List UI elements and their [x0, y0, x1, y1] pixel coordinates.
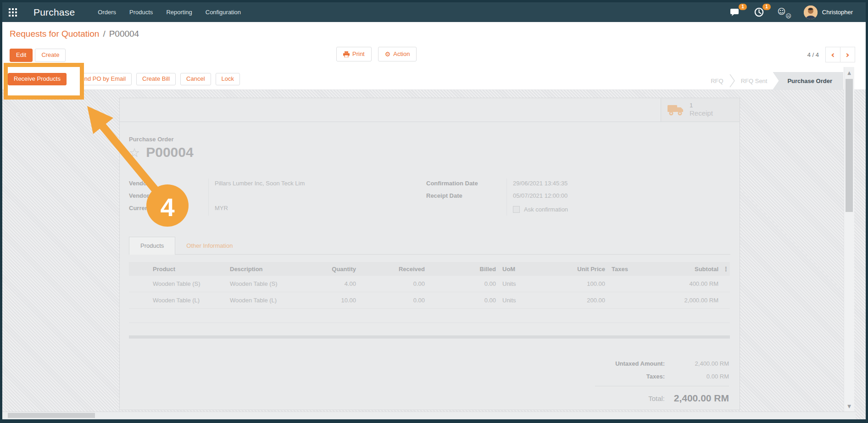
col-unit-price: Unit Price — [560, 266, 609, 273]
messages-badge: 1 — [739, 4, 747, 10]
field-groups: Vendor Vendor Reference Currency Pillars… — [129, 178, 730, 216]
activities-badge: 1 — [762, 4, 771, 10]
cell-quantity[interactable]: 10.00 — [322, 297, 360, 304]
breadcrumb-parent-link[interactable]: Requests for Quotation — [10, 29, 99, 39]
create-bill-button[interactable]: Create Bill — [136, 73, 176, 85]
col-subtotal: Subtotal — [643, 266, 722, 273]
edit-button[interactable]: Edit — [10, 49, 33, 62]
currency-label: Currency — [129, 203, 208, 216]
vertical-scrollbar-thumb[interactable] — [846, 79, 853, 212]
totals-divider — [595, 386, 729, 386]
mood-icon[interactable]: ☺☹ — [777, 6, 792, 18]
receipt-label: Receipt — [690, 109, 713, 118]
field-group-right: Confirmation Date Receipt Date 29/06/202… — [426, 178, 730, 216]
horizontal-scrollbar-thumb[interactable] — [8, 413, 95, 418]
vendor-label: Vendor — [129, 178, 208, 191]
cell-product[interactable]: Wooden Table (L) — [147, 297, 224, 304]
receive-products-button[interactable]: Receive Products — [8, 73, 67, 85]
column-options-icon[interactable]: ⋮ — [722, 266, 730, 273]
stage-rfq-sent[interactable]: RFQ Sent — [741, 78, 768, 84]
receipt-count: 1 — [690, 102, 713, 109]
printer-icon — [343, 51, 350, 57]
cell-billed[interactable]: 0.00 — [428, 280, 500, 287]
total-label: Total: — [595, 395, 665, 402]
control-panel: Edit Create Print ⚙ Action 4 / 4 ‹ › — [2, 46, 866, 65]
menu-orders[interactable]: Orders — [98, 9, 116, 16]
apps-menu-icon[interactable] — [2, 2, 23, 22]
totals-block: Untaxed Amount: 2,400.00 RM Taxes: 0.00 … — [595, 357, 729, 406]
empty-line-area[interactable] — [129, 309, 730, 323]
chat-bubble-icon — [730, 8, 740, 17]
scroll-up-icon[interactable]: ▲ — [844, 68, 854, 77]
pager-value: 4 / 4 — [807, 51, 819, 58]
create-button[interactable]: Create — [35, 49, 66, 62]
action-label: Action — [393, 50, 410, 58]
untaxed-amount-label: Untaxed Amount: — [595, 360, 665, 367]
table-header: Product Description Quantity Received Bi… — [129, 262, 730, 276]
menu-products[interactable]: Products — [129, 9, 153, 16]
tab-other-information[interactable]: Other Information — [175, 237, 244, 254]
scroll-down-icon[interactable]: ▼ — [844, 401, 854, 411]
favorite-star-icon[interactable]: ☆ — [129, 146, 140, 159]
ask-confirmation-checkbox[interactable] — [513, 206, 520, 213]
cell-product[interactable]: Wooden Table (S) — [147, 280, 224, 287]
lock-button[interactable]: Lock — [216, 73, 240, 85]
stage-purchase-order[interactable]: Purchase Order — [773, 72, 843, 89]
currency-value[interactable]: MYR — [215, 203, 426, 216]
menu-configuration[interactable]: Configuration — [206, 9, 241, 16]
systray: 1 1 ☺☹ Christopher — [729, 6, 866, 19]
col-quantity: Quantity — [322, 266, 360, 273]
horizontal-scrollbar[interactable] — [2, 412, 856, 419]
cancel-button[interactable]: Cancel — [180, 73, 211, 85]
print-action-group: Print ⚙ Action — [336, 47, 417, 61]
table-row[interactable]: Wooden Table (L) Wooden Table (L) 10.00 … — [129, 292, 730, 309]
pager-previous-button[interactable]: ‹ — [825, 47, 840, 62]
form-sheet: 1 Receipt Purchase Order ☆ P00004 Vendor… — [119, 98, 740, 410]
col-uom: UoM — [500, 266, 560, 273]
taxes-value: 0.00 RM — [665, 373, 729, 380]
activities-icon[interactable]: 1 — [753, 6, 765, 18]
pager-next-button[interactable]: › — [840, 47, 855, 62]
cell-quantity[interactable]: 4.00 — [322, 280, 360, 287]
notebook-tabs: Products Other Information — [129, 235, 730, 255]
avatar[interactable] — [804, 6, 818, 19]
vertical-scrollbar[interactable]: ▲ ▼ — [844, 67, 854, 412]
cell-description[interactable]: Wooden Table (S) — [224, 280, 322, 287]
cell-description[interactable]: Wooden Table (L) — [224, 297, 322, 304]
cell-billed[interactable]: 0.00 — [428, 297, 500, 304]
chevron-separator-icon — [729, 73, 735, 89]
receipt-smart-button[interactable]: 1 Receipt — [661, 98, 740, 122]
vendor-reference-label: Vendor Reference — [129, 191, 208, 203]
action-button[interactable]: ⚙ Action — [378, 47, 417, 61]
vendor-value[interactable]: Pillars Lumber Inc, Soon Teck Lim — [215, 178, 426, 191]
table-row[interactable]: Wooden Table (S) Wooden Table (S) 4.00 0… — [129, 276, 730, 292]
print-button[interactable]: Print — [336, 47, 372, 61]
pager: 4 / 4 ‹ › — [807, 47, 855, 62]
cell-uom[interactable]: Units — [500, 297, 560, 304]
cell-unit-price[interactable]: 200.00 — [560, 297, 609, 304]
cell-subtotal[interactable]: 400.00 RM — [643, 280, 722, 287]
cell-uom[interactable]: Units — [500, 280, 560, 287]
confirmation-date-value: 29/06/2021 13:45:35 — [513, 178, 730, 191]
statusbar-buttons: Receive Products Send PO by Email Create… — [2, 73, 240, 85]
statusbar-states: RFQ RFQ Sent Purchase Order — [705, 72, 843, 89]
user-name[interactable]: Christopher — [822, 9, 853, 16]
grid-icon — [9, 8, 17, 17]
cell-received[interactable]: 0.00 — [360, 280, 428, 287]
stage-rfq[interactable]: RFQ — [711, 78, 723, 84]
receipt-date-value: 05/07/2021 12:00:00 — [513, 191, 730, 203]
col-billed: Billed — [428, 266, 500, 273]
form-statusbar-row: Receive Products Send PO by Email Create… — [2, 65, 866, 90]
cell-subtotal[interactable]: 2,000.00 RM — [643, 297, 722, 304]
edit-create-group: Edit Create — [10, 49, 66, 62]
cell-unit-price[interactable]: 100.00 — [560, 280, 609, 287]
breadcrumb-current: P00004 — [109, 29, 139, 39]
avatar-image — [804, 6, 818, 19]
messages-icon[interactable]: 1 — [729, 6, 741, 18]
menu-reporting[interactable]: Reporting — [166, 9, 192, 16]
breadcrumb: Requests for Quotation / P00004 — [2, 22, 866, 46]
col-product: Product — [147, 266, 224, 273]
button-box: 1 Receipt — [120, 98, 740, 122]
cell-received[interactable]: 0.00 — [360, 297, 428, 304]
tab-products[interactable]: Products — [129, 237, 175, 255]
